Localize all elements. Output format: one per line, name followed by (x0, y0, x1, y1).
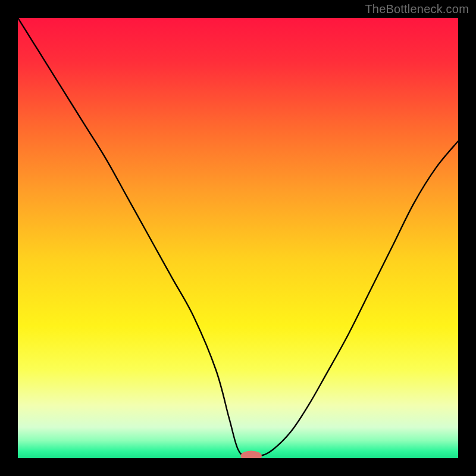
chart-frame: TheBottleneck.com (0, 0, 476, 476)
watermark-label: TheBottleneck.com (365, 2, 469, 16)
bottleneck-chart (18, 18, 458, 458)
gradient-background (18, 18, 458, 458)
chart-svg (18, 18, 458, 458)
